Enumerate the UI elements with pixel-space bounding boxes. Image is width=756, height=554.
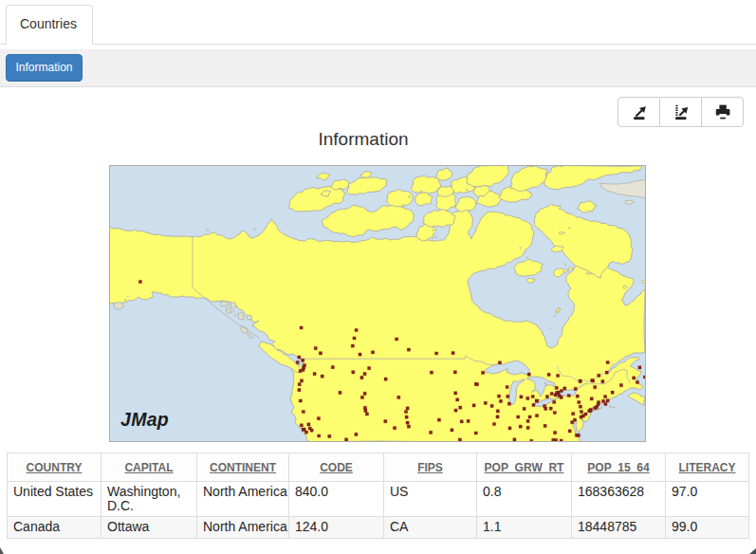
svg-text:JMap: JMap [120,409,169,430]
